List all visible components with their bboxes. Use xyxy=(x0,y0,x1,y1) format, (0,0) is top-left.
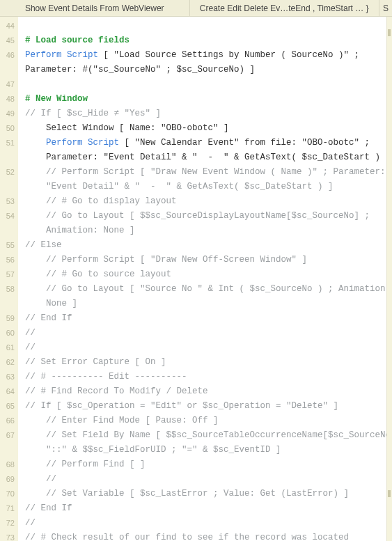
line-number: 44 xyxy=(0,19,18,33)
line-number: 60 xyxy=(0,326,18,340)
line-number: 54 xyxy=(0,209,18,224)
code-text: // xyxy=(18,340,41,355)
code-text: Parameter: "Event Detail" & " - " & GetA… xyxy=(18,150,391,165)
line-number: 46 xyxy=(0,48,18,63)
line-number: 63 xyxy=(0,370,18,384)
code-text: // Else xyxy=(18,238,62,253)
line-number: 62 xyxy=(0,355,18,370)
code-line[interactable]: 57 // # Go to source layout xyxy=(18,267,392,282)
code-line[interactable]: "Event Detail" & " - " & GetAsText( $sc_… xyxy=(18,180,392,194)
tab-show-event-details[interactable]: Show Event Details From WebViewer xyxy=(0,0,190,16)
code-line[interactable]: 46Perform Script [ "Load Source Settings… xyxy=(18,48,392,63)
code-line[interactable]: 48# New Window xyxy=(18,92,392,107)
line-number: 51 xyxy=(0,136,18,150)
code-line[interactable]: 71// End If xyxy=(18,501,392,516)
code-line[interactable]: Parameter: "Event Detail" & " - " & GetA… xyxy=(18,150,392,165)
code-line[interactable]: 66 // Enter Find Mode [ Pause: Off ] xyxy=(18,414,392,428)
code-text: // Enter Find Mode [ Pause: Off ] xyxy=(18,414,219,428)
code-line[interactable]: 52 // Perform Script [ "Draw New Event W… xyxy=(18,165,392,180)
code-text: // Perform Script [ "Draw New Event Wind… xyxy=(18,165,386,180)
code-line[interactable]: 58 // Go to Layout [ "Source No " & Int … xyxy=(18,282,392,297)
code-text: // End If xyxy=(18,311,72,326)
line-number: 67 xyxy=(0,428,18,443)
code-line[interactable]: 72// xyxy=(18,516,392,531)
code-text: // xyxy=(18,326,41,340)
line-number: 71 xyxy=(0,501,18,516)
line-number: 55 xyxy=(0,238,18,253)
code-line[interactable]: 45# Load source fields xyxy=(18,33,392,48)
scrollbar-vertical[interactable] xyxy=(386,17,392,541)
line-number: 68 xyxy=(0,457,18,472)
line-number: 73 xyxy=(0,531,18,541)
code-text: // Perform Find [ ] xyxy=(18,457,146,472)
code-line[interactable]: 51 Perform Script [ "New Calendar Event"… xyxy=(18,136,392,150)
code-text: // xyxy=(18,516,41,531)
code-line[interactable]: 67 // Set Field By Name [ $$sc_SourceTab… xyxy=(18,428,392,443)
line-number: 48 xyxy=(0,92,18,107)
code-text: "::" & $$sc_FieldForUID ; "=" & $sc_Even… xyxy=(18,443,281,457)
code-text: // # Check result of our find to see if … xyxy=(18,531,349,541)
code-text: None ] xyxy=(18,297,77,311)
code-line[interactable]: 69 // xyxy=(18,472,392,487)
code-line[interactable]: 68 // Perform Find [ ] xyxy=(18,457,392,472)
code-text: Perform Script [ "New Calendar Event" fr… xyxy=(18,136,370,150)
line-number: 53 xyxy=(0,194,18,209)
code-text: # Load source fields xyxy=(18,33,130,48)
code-line[interactable]: 50 Select Window [ Name: "OBO-obotc" ] xyxy=(18,121,392,136)
code-text: // Set Variable [ $sc_LastError ; Value:… xyxy=(18,487,349,501)
code-line[interactable]: 73// # Check result of our find to see i… xyxy=(18,531,392,541)
line-number: 50 xyxy=(0,121,18,136)
code-text: # New Window xyxy=(18,92,88,107)
code-text: // Go to Layout [ $$sc_SourceDisplayLayo… xyxy=(18,209,370,224)
code-text: // Perform Script [ "Draw New Off-Screen… xyxy=(18,253,307,267)
code-text: // End If xyxy=(18,501,72,516)
code-line[interactable]: 62// Set Error Capture [ On ] xyxy=(18,355,392,370)
code-line[interactable]: 63// # ---------- Edit ---------- xyxy=(18,370,392,384)
code-line[interactable]: 44 xyxy=(18,19,392,33)
code-text: "Event Detail" & " - " & GetAsText( $sc_… xyxy=(18,180,334,194)
code-text: // xyxy=(18,472,62,487)
line-number: 58 xyxy=(0,282,18,297)
code-line[interactable]: 47 xyxy=(18,77,392,92)
code-line[interactable]: Animation: None ] xyxy=(18,224,392,238)
code-line[interactable]: "::" & $$sc_FieldForUID ; "=" & $sc_Even… xyxy=(18,443,392,457)
code-line[interactable]: 53 // # Go to display layout xyxy=(18,194,392,209)
line-number: 59 xyxy=(0,311,18,326)
scroll-marker xyxy=(388,490,391,497)
line-number: 65 xyxy=(0,399,18,414)
code-text: Parameter: #("sc_SourceNo" ; $sc_SourceN… xyxy=(18,63,255,77)
code-line[interactable]: 70 // Set Variable [ $sc_LastError ; Val… xyxy=(18,487,392,501)
code-line[interactable]: None ] xyxy=(18,297,392,311)
line-number: 49 xyxy=(0,107,18,121)
code-line[interactable]: 60// xyxy=(18,326,392,340)
code-line[interactable]: 55// Else xyxy=(18,238,392,253)
code-line[interactable]: 54 // Go to Layout [ $$sc_SourceDisplayL… xyxy=(18,209,392,224)
code-text: // Set Field By Name [ $$sc_SourceTableO… xyxy=(18,428,392,443)
code-line[interactable]: 59// End If xyxy=(18,311,392,326)
code-text: Perform Script [ "Load Source Settings b… xyxy=(18,48,359,63)
code-text: // # Go to source layout xyxy=(18,267,171,282)
line-number: 45 xyxy=(0,33,18,48)
code-line[interactable]: 49// If [ $sc_Hide ≠ "Yes" ] xyxy=(18,107,392,121)
line-number: 57 xyxy=(0,267,18,282)
code-line[interactable]: 56 // Perform Script [ "Draw New Off-Scr… xyxy=(18,253,392,267)
code-line[interactable]: 64// # Find Record To Modify / Delete xyxy=(18,384,392,399)
code-text: // # Go to display layout xyxy=(18,194,177,209)
line-number: 66 xyxy=(0,414,18,428)
code-line[interactable]: 61// xyxy=(18,340,392,355)
line-number: 72 xyxy=(0,516,18,531)
line-number: 70 xyxy=(0,487,18,501)
line-number: 69 xyxy=(0,472,18,487)
code-editor[interactable]: 4445# Load source fields46Perform Script… xyxy=(0,17,392,541)
tab-create-edit-delete[interactable]: Create Edit Delete Ev…teEnd , TimeStart … xyxy=(190,0,380,16)
code-lines[interactable]: 4445# Load source fields46Perform Script… xyxy=(18,17,392,541)
tab-bar: Show Event Details From WebViewer Create… xyxy=(0,0,392,17)
line-number: 61 xyxy=(0,340,18,355)
code-line[interactable]: Parameter: #("sc_SourceNo" ; $sc_SourceN… xyxy=(18,63,392,77)
code-text: Select Window [ Name: "OBO-obotc" ] xyxy=(18,121,229,136)
code-text: // # Find Record To Modify / Delete xyxy=(18,384,208,399)
tab-overflow[interactable]: S xyxy=(379,0,392,16)
code-text: // If [ $sc_Hide ≠ "Yes" ] xyxy=(18,107,161,121)
code-line[interactable]: 65// If [ $sc_Operation = "Edit" or $sc_… xyxy=(18,399,392,414)
code-text: Animation: None ] xyxy=(18,224,135,238)
